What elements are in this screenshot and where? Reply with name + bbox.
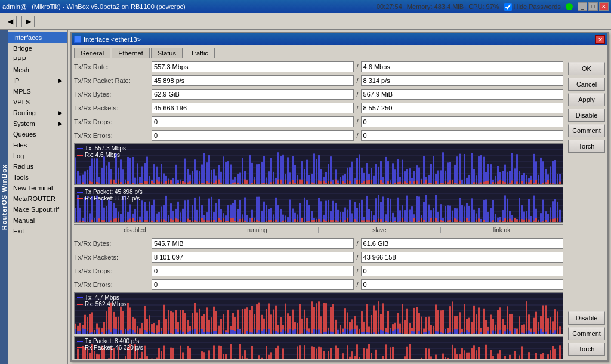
chart3-legend: Tx: 4.7 Mbps Rx: 562.4 Mbps [77,294,126,307]
chart4-legend: Tx Packet: 8 400 p/s Rx Packet: 46 320 p… [77,338,143,351]
tx-legend-color3 [77,297,83,298]
rx-legend-color [77,155,83,156]
torch-button[interactable]: Torch [568,140,605,153]
rx-legend-color4 [77,347,83,348]
sidebar-item-system[interactable]: System▶ [8,118,67,129]
tabs-bar: General Ethernet Status Traffic [72,45,607,58]
tx-packet-rate-value: 45 898 p/s [152,75,354,86]
rx-legend-color3 [77,304,83,305]
buttons-panel: OK Cancel Apply Disable Comment Torch Di… [566,58,607,359]
sidebar-item-log[interactable]: Log [8,150,67,161]
ok-button[interactable]: OK [568,62,605,75]
time-label: 00:27:54 [377,3,402,10]
interface1-section: Tx/Rx Rate: 557.3 Mbps / 4.6 Mbps Tx/Rx … [74,61,563,235]
sidebar-item-make-supout[interactable]: Make Supout.rif [8,204,67,215]
i2-tx-packets-value: 8 101 097 [152,252,354,263]
separator1: / [354,63,360,70]
i2-tx-drops-value: 0 [152,266,354,276]
sidebar-item-queues[interactable]: Queues [8,129,67,140]
minimize-button[interactable]: _ [578,2,587,11]
maximize-button[interactable]: □ [588,2,598,11]
sidebar-item-metarouter[interactable]: MetaROUTER [8,193,67,204]
i2-tx-rx-bytes-row: Tx/Rx Bytes: 545.7 MiB / 61.6 GiB [74,237,563,249]
close-button[interactable]: ✕ [599,2,609,11]
tx-legend-color [77,148,83,149]
comment2-button[interactable]: Comment [568,327,605,340]
hide-passwords-checkbox[interactable] [504,3,512,11]
status1-running: running [196,227,319,233]
rx-legend-text4: Rx Packet: 46 320 p/s [85,344,143,351]
tab-status[interactable]: Status [151,48,183,58]
back-button[interactable]: ◀ [4,16,17,27]
tx-drops-value: 0 [152,116,354,127]
i2-tx-bytes-value: 545.7 MiB [152,238,354,249]
tx-rx-drops-row: Tx/Rx Drops: 0 / 0 [74,116,563,128]
sidebar-item-ip[interactable]: IP▶ [8,75,67,86]
status1-disabled: disabled [74,227,196,233]
sidebar-item-vpls[interactable]: VPLS [8,97,67,107]
sidebar: Interfaces Bridge PPP Mesh IP▶ MPLS VPLS… [8,30,68,364]
sidebar-item-mesh[interactable]: Mesh [8,64,67,75]
sidebar-item-manual[interactable]: Manual [8,215,67,226]
apply-button[interactable]: Apply [568,93,605,106]
i2-rx-bytes-value: 61.6 GiB [361,238,563,249]
content-area: Interface <ether13> ✕ General Ethernet S… [68,30,611,364]
connection-indicator [566,3,573,10]
chart1-canvas [75,144,563,185]
tab-traffic[interactable]: Traffic [184,48,215,58]
i2-tx-rx-drops-row: Tx/Rx Drops: 0 / 0 [74,265,563,277]
dialog-title-bar: Interface <ether13> ✕ [72,33,607,45]
cancel-button[interactable]: Cancel [568,78,605,91]
interface2-chart2: Tx Packet: 8 400 p/s Rx Packet: 46 320 p… [74,336,563,359]
tx-rx-errors-label: Tx/Rx Errors: [74,132,152,139]
tx-packets-value: 45 666 196 [152,103,354,113]
tx-legend-text3: Tx: 4.7 Mbps [85,294,119,301]
sidebar-item-exit[interactable]: Exit [8,226,67,236]
status1-link-ok: link ok [441,227,563,233]
torch2-button[interactable]: Torch [568,343,605,356]
tx-rx-packet-rate-label: Tx/Rx Packet Rate: [74,77,152,84]
tx-legend-text4: Tx Packet: 8 400 p/s [85,338,139,344]
i2-tx-rx-bytes-label: Tx/Rx Bytes: [74,240,152,247]
i2-tx-rx-packets-label: Tx/Rx Packets: [74,254,152,261]
i2-tx-errors-value: 0 [152,279,354,290]
rx-drops-value: 0 [361,116,563,127]
disable2-button[interactable]: Disable [568,311,605,325]
tab-general[interactable]: General [74,48,110,58]
interface2-chart1: Tx: 4.7 Mbps Rx: 562.4 Mbps [74,292,563,334]
sidebar-item-interfaces[interactable]: Interfaces [8,32,67,43]
tx-legend-color4 [77,341,83,342]
memory-label: Memory: 483.4 MiB [407,3,464,10]
i2-rx-drops-value: 0 [361,266,563,276]
rx-legend-text3: Rx: 562.4 Mbps [85,301,126,307]
tx-rx-rate-label: Tx/Rx Rate: [74,63,152,70]
tx-rx-rate-row: Tx/Rx Rate: 557.3 Mbps / 4.6 Mbps [74,61,563,73]
sidebar-item-tools[interactable]: Tools [8,172,67,183]
dialog-close-button[interactable]: ✕ [595,35,605,44]
disable-button[interactable]: Disable [568,109,605,122]
status1-slave: slave [319,227,441,233]
tx-rx-packet-rate-row: Tx/Rx Packet Rate: 45 898 p/s / 8 314 p/… [74,75,563,87]
sidebar-item-mpls[interactable]: MPLS [8,86,67,97]
sidebar-item-ppp[interactable]: PPP [8,54,67,64]
sidebar-item-new-terminal[interactable]: New Terminal [8,183,67,193]
forward-button[interactable]: ▶ [21,16,35,27]
status-bar1: disabled running slave link ok [74,224,563,235]
hide-passwords-container: Hide Passwords [504,3,561,11]
chart2-legend: Tx Packet: 45 898 p/s Rx Packet: 8 314 p… [77,189,143,202]
sidebar-item-routing[interactable]: Routing▶ [8,107,67,118]
chart3-canvas [75,293,563,334]
tx-errors-value: 0 [152,130,354,141]
cpu-label: CPU: 97% [468,3,499,10]
i2-tx-rx-errors-label: Tx/Rx Errors: [74,281,152,288]
comment-button[interactable]: Comment [568,124,605,137]
interface-dialog: Interface <ether13> ✕ General Ethernet S… [70,32,609,362]
tab-ethernet[interactable]: Ethernet [112,48,150,58]
sidebar-item-radius[interactable]: Radius [8,161,67,172]
tx-legend-text: Tx: 557.3 Mbps [85,145,126,152]
tx-legend-text2: Tx Packet: 45 898 p/s [85,189,143,195]
chart1-legend: Tx: 557.3 Mbps Rx: 4.6 Mbps [77,145,126,158]
sidebar-item-bridge[interactable]: Bridge [8,43,67,54]
form-area: Tx/Rx Rate: 557.3 Mbps / 4.6 Mbps Tx/Rx … [72,58,566,359]
sidebar-item-files[interactable]: Files [8,140,67,150]
